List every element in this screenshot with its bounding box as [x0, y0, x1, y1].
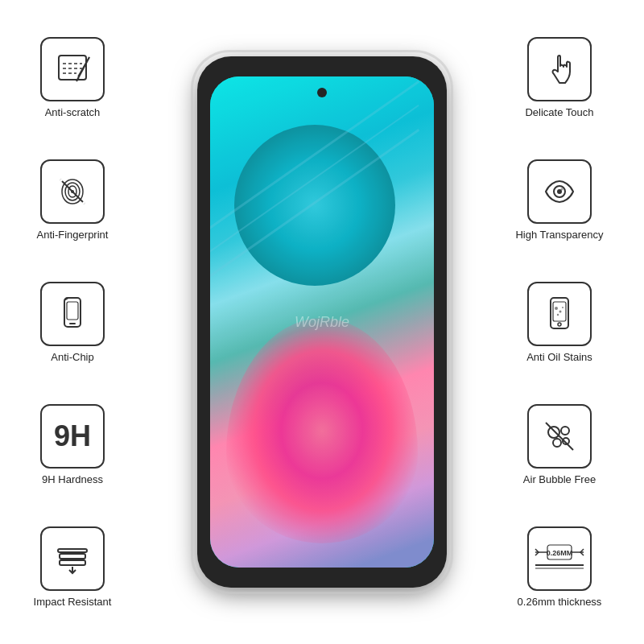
pink-splash: [226, 318, 418, 543]
svg-rect-16: [58, 549, 87, 552]
svg-rect-15: [60, 560, 85, 565]
high-transparency-label: High Transparency: [515, 229, 603, 241]
svg-point-28: [548, 427, 559, 438]
thickness-label: 0.26mm thickness: [518, 596, 602, 608]
hardness-icon-box: 9H: [40, 404, 105, 469]
impact-icon: [52, 538, 93, 580]
svg-text:0.26MM: 0.26MM: [547, 549, 573, 557]
anti-scratch-label: Anti-scratch: [45, 106, 101, 118]
svg-point-20: [561, 188, 564, 190]
svg-point-26: [562, 307, 564, 308]
svg-rect-0: [59, 56, 86, 80]
camera-hole: [317, 88, 327, 97]
thickness-icon-box: 0.26MM: [527, 526, 592, 591]
main-container: Anti-scratch Anti-Fingerprint: [0, 0, 644, 644]
watermark-text: WojRble: [295, 314, 349, 331]
feature-anti-fingerprint: Anti-Fingerprint: [37, 159, 109, 241]
touch-icon-box: [527, 37, 592, 101]
thickness-icon: 0.26MM: [532, 535, 587, 583]
svg-rect-13: [69, 323, 76, 324]
phone-screen: WojRble: [210, 76, 434, 568]
eye-icon-box: [527, 159, 592, 224]
svg-line-9: [60, 180, 62, 181]
oil-phone-icon-box: [527, 282, 592, 346]
feature-thickness: 0.26MM 0.26mm thickness: [518, 526, 602, 608]
bubble-icon-box: [527, 404, 592, 469]
svg-rect-14: [60, 554, 85, 559]
svg-rect-12: [67, 302, 78, 320]
phone-wrapper: WojRble: [197, 56, 447, 588]
right-features: Delicate Touch High Transparency: [475, 0, 644, 644]
eye-icon: [539, 171, 580, 212]
screen-background: WojRble: [210, 76, 434, 568]
svg-point-25: [557, 313, 559, 315]
impact-icon-box: [40, 526, 105, 591]
feature-high-transparency: High Transparency: [515, 159, 603, 241]
svg-line-10: [83, 202, 85, 204]
anti-oil-icon: [539, 294, 580, 334]
phone-outer: WojRble: [197, 56, 447, 588]
feature-9h-hardness: 9H 9H Hardness: [40, 404, 105, 485]
anti-oil-stains-label: Anti Oil Stains: [526, 351, 592, 363]
feature-impact-resistant: Impact Resistant: [34, 526, 112, 608]
scratch-icon: [52, 49, 93, 89]
anti-chip-label: Anti-Chip: [51, 351, 93, 363]
svg-point-24: [559, 310, 562, 312]
anti-fingerprint-icon-box: [40, 159, 105, 224]
hardness-label: 9H Hardness: [42, 473, 103, 485]
feature-delicate-touch: Delicate Touch: [525, 37, 593, 118]
delicate-touch-label: Delicate Touch: [525, 106, 593, 118]
anti-chip-icon-box: [40, 282, 105, 346]
screen-circle: [234, 125, 395, 286]
anti-fingerprint-label: Anti-Fingerprint: [37, 229, 109, 241]
left-features: Anti-scratch Anti-Fingerprint: [0, 0, 145, 644]
svg-line-6: [78, 57, 89, 76]
bubble-icon: [539, 416, 580, 456]
svg-point-29: [561, 427, 569, 435]
feature-air-bubble-free: Air Bubble Free: [523, 404, 596, 485]
svg-point-27: [558, 323, 561, 326]
impact-resistant-label: Impact Resistant: [34, 596, 112, 608]
fingerprint-icon: [52, 171, 93, 212]
anti-scratch-icon-box: [40, 37, 105, 101]
touch-icon: [539, 49, 580, 89]
feature-anti-scratch: Anti-scratch: [40, 37, 105, 118]
feature-anti-oil-stains: Anti Oil Stains: [526, 282, 592, 363]
chip-phone-icon: [52, 294, 93, 334]
svg-point-23: [555, 307, 558, 310]
feature-anti-chip: Anti-Chip: [40, 282, 105, 363]
svg-point-30: [553, 439, 561, 447]
hardness-number: 9H: [54, 422, 91, 451]
air-bubble-free-label: Air Bubble Free: [523, 473, 596, 485]
